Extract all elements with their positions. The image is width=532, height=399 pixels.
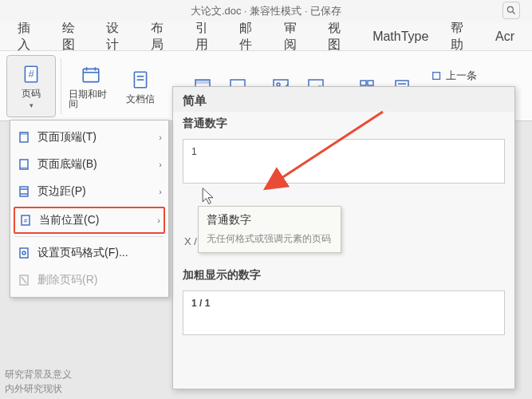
menu-item-bottom-of-page[interactable]: 页面底端(B) › [10,151,168,178]
svg-point-38 [22,251,26,255]
search-icon [506,5,517,16]
menu-item-page-margins[interactable]: 页边距(P) › [10,178,168,205]
tab-help[interactable]: 帮助 [439,22,484,51]
tab-insert[interactable]: 插入 [6,22,51,51]
svg-rect-12 [195,80,210,84]
gallery-heading-plain-number: 普通数字 [173,112,514,134]
page-number-icon: # [20,63,42,85]
tab-layout[interactable]: 布局 [140,22,184,51]
page-number-button[interactable]: # 页码 ▾ [6,55,56,117]
document-title: 大论文.doc · 兼容性模式 · 已保存 [191,4,341,18]
svg-line-1 [513,12,515,14]
tab-review[interactable]: 审阅 [273,22,317,51]
menu-item-format-page-numbers[interactable]: 设置页码格式(F)... [10,239,168,267]
preview-text: 1 / 1 [191,298,210,309]
dropdown-caret: ▾ [30,101,33,109]
tooltip-description: 无任何格式或强调元素的页码 [207,232,333,246]
format-icon [17,246,31,260]
title-bar: 大论文.doc · 兼容性模式 · 已保存 [0,0,532,22]
svg-point-0 [507,6,513,12]
svg-rect-19 [361,81,366,85]
date-time-label: 日期和时间 [69,89,113,109]
page-top-icon [17,130,31,144]
remove-icon [17,273,31,287]
previous-icon [432,70,443,81]
tab-draw[interactable]: 绘图 [51,22,96,51]
body-line: 研究背景及意义 [5,367,72,381]
separator [61,58,61,114]
document-info-label: 文档信 [126,94,155,104]
menu-item-current-position[interactable]: # 当前位置(C) › [14,207,165,234]
chevron-right-icon: › [159,187,162,196]
search-button[interactable] [502,2,520,19]
svg-line-40 [22,277,26,283]
tab-mathtype[interactable]: MathType [361,22,439,51]
svg-rect-31 [20,167,28,169]
menu-item-top-of-page[interactable]: 页面顶端(T) › [10,124,168,151]
tab-view[interactable]: 视图 [317,22,361,51]
current-position-icon: # [18,213,33,227]
tooltip-prefix: X / [184,235,197,247]
document-body-text: 研究背景及意义 内外研究现状 [5,367,72,396]
gallery-item-plain-number[interactable]: 1 [183,139,505,184]
date-time-button[interactable]: 日期和时间 [66,55,116,117]
svg-rect-4 [83,69,99,81]
body-line: 内外研究现状 [5,381,72,396]
svg-rect-32 [20,187,28,196]
page-bottom-icon [17,157,31,172]
tab-mailings[interactable]: 邮件 [228,22,273,51]
ribbon-tabs: 插入 绘图 设计 布局 引用 邮件 审阅 视图 MathType 帮助 Acr [0,22,532,51]
tab-design[interactable]: 设计 [95,22,140,51]
tooltip: X / 普通数字 无任何格式或强调元素的页码 [198,206,341,253]
chevron-right-icon: › [159,132,162,142]
document-info-button[interactable]: 文档信 [116,55,165,117]
previous-label: 上一条 [446,69,477,83]
date-time-icon [80,64,102,86]
gallery-section-simple: 简单 [173,87,514,112]
menu-item-remove-page-numbers: 删除页码(R) [10,267,168,294]
tab-references[interactable]: 引用 [184,22,229,51]
svg-rect-37 [20,248,28,258]
page-margin-icon [17,184,31,199]
svg-text:#: # [28,68,34,80]
document-info-icon [129,69,152,91]
svg-rect-20 [368,81,373,85]
gallery-item-bold-number[interactable]: 1 / 1 [183,290,505,335]
chevron-right-icon: › [159,160,162,169]
page-number-menu: 页面顶端(T) › 页面底端(B) › 页边距(P) › # 当前位置(C) ›… [10,120,169,298]
svg-text:#: # [24,217,28,224]
preview-text: 1 [191,146,197,157]
page-number-label: 页码 [22,89,41,98]
tab-acrobat[interactable]: Acr [484,22,526,51]
svg-rect-26 [433,72,440,79]
mouse-cursor-icon [201,187,215,209]
gallery-heading-bold-number: 加粗显示的数字 [173,263,514,286]
previous-button[interactable]: 上一条 [428,67,480,85]
menu-separator [15,236,164,237]
chevron-right-icon: › [157,215,160,225]
svg-rect-29 [20,132,28,135]
tooltip-title: 普通数字 [207,213,333,227]
